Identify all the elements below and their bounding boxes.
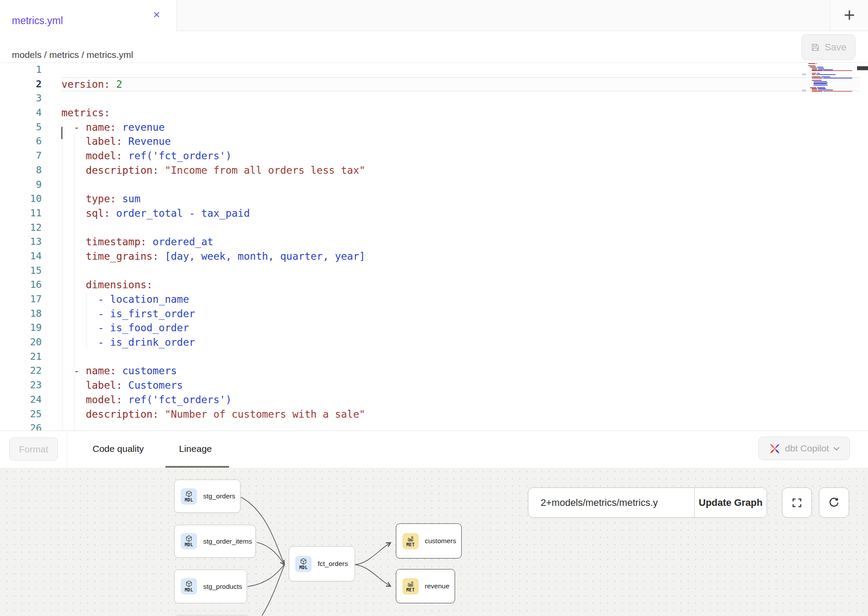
tab-label: metrics.yml xyxy=(12,15,63,27)
node-badge: MDL xyxy=(181,533,197,549)
tab-strip: metrics.yml ✕ + xyxy=(0,0,868,31)
code-line: 17 - location_name xyxy=(0,292,868,307)
node-badge: MDL xyxy=(181,578,197,595)
ide-window: metrics.yml ✕ + models / metrics / metri… xyxy=(0,0,868,616)
fullscreen-button[interactable] xyxy=(782,487,812,518)
plus-icon: + xyxy=(843,6,856,23)
lineage-node-customers[interactable]: METcustomers xyxy=(396,523,462,559)
badge-label: MET xyxy=(406,542,415,547)
node-badge: MET xyxy=(402,533,419,549)
bottom-toolbar: Format Code quality Lineage dbt Copilot xyxy=(0,431,868,468)
indent-guide xyxy=(74,135,75,430)
code-editor[interactable]: 12version: 234metrics:5 - name: revenue6… xyxy=(0,63,868,431)
selector-group: Update Graph xyxy=(528,487,767,518)
badge-label: MET xyxy=(406,587,415,592)
floppy-icon xyxy=(811,43,820,52)
tab-strip-empty xyxy=(177,0,830,31)
badge-label: MDL xyxy=(185,542,193,547)
new-tab-button[interactable]: + xyxy=(830,0,868,31)
fullscreen-icon xyxy=(791,497,803,509)
lineage-node-stg_products[interactable]: MDLstg_products xyxy=(174,569,247,603)
code-line: 8 description: "Income from all orders l… xyxy=(0,163,868,178)
text-cursor xyxy=(61,127,62,139)
scrollbar-thumb[interactable] xyxy=(857,66,868,70)
code-line: 5 - name: revenue xyxy=(0,120,868,135)
tab-lineage[interactable]: Lineage xyxy=(179,444,212,454)
breadcrumb: models / metrics / metrics.yml xyxy=(12,50,133,60)
code-line: 24 model: ref('fct_orders') xyxy=(0,393,868,407)
code-line: 11 sql: order_total - tax_paid xyxy=(0,206,868,221)
code-line: 18 - is_first_order xyxy=(0,307,868,321)
node-label: customers xyxy=(425,537,456,545)
cube-icon xyxy=(186,535,192,542)
code-lines: 12version: 234metrics:5 - name: revenue6… xyxy=(0,63,868,431)
code-line: 12 xyxy=(0,221,868,235)
node-label: stg_products xyxy=(203,583,242,591)
copilot-label: dbt Copilot xyxy=(785,443,829,454)
badge-label: MDL xyxy=(185,498,193,502)
format-button[interactable]: Format xyxy=(9,437,58,461)
copilot-icon xyxy=(769,443,781,455)
breadcrumb-bar: models / metrics / metrics.yml Save xyxy=(0,31,868,63)
code-line: 16 dimensions: xyxy=(0,278,868,292)
node-badge: MDL xyxy=(181,488,197,505)
cube-icon xyxy=(186,580,192,587)
code-line: 26 xyxy=(0,421,868,431)
code-line: 14 time_grains: [day, week, month, quart… xyxy=(0,249,868,264)
code-line: 13 timestamp: ordered_at xyxy=(0,235,868,249)
node-label: revenue xyxy=(425,582,449,590)
node-badge: MET xyxy=(402,578,419,595)
code-line: 1 xyxy=(0,63,868,77)
minimap-tick xyxy=(802,90,806,92)
cube-icon xyxy=(300,558,307,565)
tab-metrics-yml[interactable]: metrics.yml ✕ xyxy=(0,0,177,31)
save-label: Save xyxy=(825,42,846,53)
selector-input[interactable] xyxy=(528,488,694,517)
cube-icon xyxy=(186,491,192,497)
code-line: 25 description: "Number of customers wit… xyxy=(0,407,868,422)
minimap[interactable] xyxy=(808,63,854,93)
update-graph-button[interactable]: Update Graph xyxy=(694,488,767,517)
chevron-down-icon xyxy=(833,447,839,451)
indent-guide xyxy=(62,120,63,430)
code-line: 10 type: sum xyxy=(0,192,868,206)
code-line: 20 - is_drink_order xyxy=(0,335,868,350)
bar-chart-icon xyxy=(407,535,414,542)
code-line: 6 label: Revenue xyxy=(0,134,868,149)
lineage-node-stg_orders[interactable]: MDLstg_orders xyxy=(174,480,240,513)
code-line: 15 xyxy=(0,264,868,278)
node-label: fct_orders xyxy=(318,560,348,568)
tab-code-quality[interactable]: Code quality xyxy=(93,444,144,454)
code-line: 22 - name: customers xyxy=(0,364,868,378)
close-icon[interactable]: ✕ xyxy=(153,10,161,19)
dbt-copilot-button[interactable]: dbt Copilot xyxy=(758,437,850,460)
badge-label: MDL xyxy=(185,587,193,592)
code-line: 19 - is_food_order xyxy=(0,321,868,335)
lineage-node-revenue[interactable]: METrevenue xyxy=(396,569,455,603)
indent-guide xyxy=(86,292,87,350)
minimap-tick xyxy=(802,73,806,75)
code-line: 7 model: ref('fct_orders') xyxy=(0,149,868,163)
lineage-node-stg_order_items[interactable]: MDLstg_order_items xyxy=(174,525,256,558)
code-line: 21 xyxy=(0,350,868,364)
code-line: 4metrics: xyxy=(0,106,868,120)
lineage-node-fct_orders[interactable]: MDLfct_orders xyxy=(289,546,355,581)
node-label: stg_orders xyxy=(203,492,235,500)
refresh-button[interactable] xyxy=(819,487,849,518)
badge-label: MDL xyxy=(299,565,308,570)
node-badge: MDL xyxy=(295,556,312,572)
lineage-canvas[interactable]: MDLstg_ordersMDLstg_order_itemsMDLstg_pr… xyxy=(0,468,868,616)
save-button[interactable]: Save xyxy=(801,34,856,60)
code-line: 23 label: Customers xyxy=(0,378,868,393)
node-label: stg_order_items xyxy=(203,537,252,545)
bar-chart-icon xyxy=(407,580,414,587)
toolbar-divider xyxy=(67,431,67,468)
code-line: 9 xyxy=(0,178,868,192)
code-line: 3 xyxy=(0,91,868,106)
code-line: 2version: 2 xyxy=(0,77,868,92)
refresh-icon xyxy=(828,497,840,509)
